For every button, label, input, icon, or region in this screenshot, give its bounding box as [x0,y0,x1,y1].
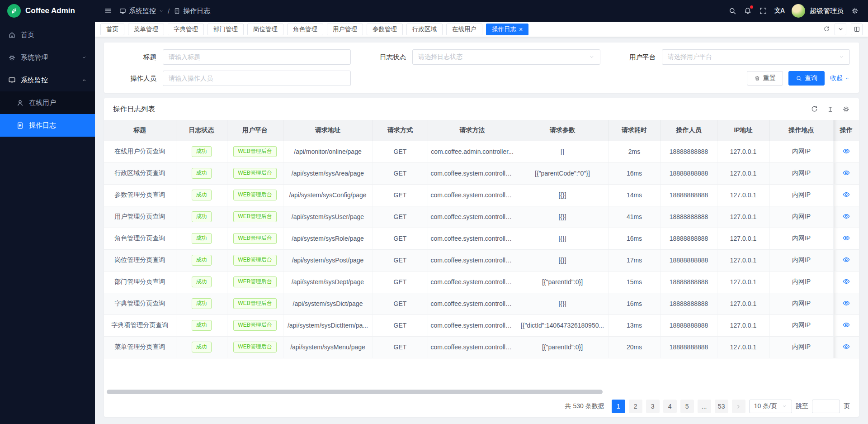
table-cell: GET [373,314,428,336]
row-density-icon[interactable] [826,105,834,113]
platform-badge: WEB管理后台 [233,233,276,244]
table-cell: 部门管理分页查询 [104,271,176,293]
page-button[interactable]: 5 [680,400,694,413]
tab-item[interactable]: 操作日志× [486,24,528,35]
breadcrumb-item-log[interactable]: 操作日志 [174,7,210,15]
sidebar-item-home[interactable]: 首页 [0,24,95,46]
platform-badge: WEB管理后台 [233,211,276,222]
notification-bell-icon[interactable] [744,7,752,15]
jump-page-input[interactable] [812,400,840,413]
table-row[interactable]: 用户管理分页查询成功WEB管理后台/api/system/sysUser/pag… [104,206,859,228]
view-detail-eye-icon[interactable] [842,321,850,329]
next-page-button[interactable] [732,400,745,413]
page-button[interactable]: 3 [646,400,660,413]
table-row[interactable]: 字典项管理分页查询成功WEB管理后台/api/system/sysDictIte… [104,314,859,336]
tab-item[interactable]: 参数管理 [367,24,403,35]
refresh-tabs-icon[interactable] [823,26,830,33]
page-size-select[interactable]: 10 条/页 [749,400,792,413]
table-cell: com.coffee.system.controlle... [428,184,517,206]
fullscreen-icon[interactable] [759,7,767,15]
tab-item[interactable]: 岗位管理 [247,24,283,35]
table-cell: 行政区域分页查询 [104,162,176,184]
log-status-select[interactable]: 请选择日志状态 [412,49,600,65]
view-detail-eye-icon[interactable] [842,169,850,177]
view-detail-eye-icon[interactable] [842,191,850,199]
view-detail-eye-icon[interactable] [842,234,850,242]
user-name[interactable]: 超级管理员 [810,7,844,15]
reset-button[interactable]: 重置 [747,71,783,86]
page-button[interactable]: 1 [612,400,625,413]
scrollbar-thumb[interactable] [107,390,603,394]
log-table: 标题日志状态用户平台请求地址请求方式请求方法请求参数请求耗时操作人员IP地址操作… [104,120,859,358]
table-cell: /api/system/sysPost/page [283,249,373,271]
table-row[interactable]: 菜单管理分页查询成功WEB管理后台/api/system/sysMenu/pag… [104,336,859,358]
close-icon[interactable]: × [519,26,523,33]
table-row[interactable]: 字典管理分页查询成功WEB管理后台/api/system/sysDict/pag… [104,293,859,314]
sidebar-item-system-manage[interactable]: 系统管理 [0,46,95,69]
sidebar-item-online-users[interactable]: 在线用户 [0,91,95,114]
table-cell: 18888888888 [660,228,717,249]
table-cell: [{"parentId":0}] [517,271,608,293]
table-row[interactable]: 部门管理分页查询成功WEB管理后台/api/system/sysDept/pag… [104,271,859,293]
app-logo[interactable]: Coffee Admin [0,0,95,22]
sidebar-item-label: 系统监控 [21,76,48,85]
page-button[interactable]: 4 [663,400,677,413]
page-button[interactable]: 53 [715,400,728,413]
view-detail-eye-icon[interactable] [842,212,850,220]
sidebar-item-label: 首页 [21,31,34,39]
sidebar-toggle-icon[interactable] [104,7,112,15]
table-cell: 18888888888 [660,336,717,358]
tab-options-chevron-icon[interactable] [835,24,846,35]
view-detail-eye-icon[interactable] [842,299,850,307]
tab-item[interactable]: 首页 [100,24,124,35]
avatar[interactable] [792,4,805,18]
search-icon[interactable] [728,7,736,15]
table-row[interactable]: 在线用户分页查询成功WEB管理后台/api/monitor/online/pag… [104,141,859,162]
tab-item[interactable]: 在线用户 [446,24,482,35]
sidebar-item-system-monitor[interactable]: 系统监控 [0,69,95,91]
view-detail-eye-icon[interactable] [842,277,850,286]
view-detail-eye-icon[interactable] [842,147,850,155]
breadcrumb-item-monitor[interactable]: 系统监控 [119,7,164,15]
table-cell: 18888888888 [660,141,717,162]
collapse-filters-link[interactable]: 收起 [830,74,850,82]
table-row[interactable]: 岗位管理分页查询成功WEB管理后台/api/system/sysPost/pag… [104,249,859,271]
status-badge: 成功 [192,342,212,353]
page-button[interactable]: 2 [629,400,642,413]
table-cell: 参数管理分页查询 [104,184,176,206]
column-settings-icon[interactable] [842,105,850,113]
view-detail-eye-icon[interactable] [842,343,850,351]
tab-item[interactable]: 用户管理 [327,24,363,35]
breadcrumb-label: 系统监控 [129,7,156,15]
table-cell: 127.0.0.1 [717,162,769,184]
table-cell: com.coffee.system.controlle... [428,162,517,184]
column-header: 操作人员 [660,120,717,141]
translate-icon[interactable]: 文A [774,7,784,15]
view-detail-eye-icon[interactable] [842,256,850,264]
table-row[interactable]: 角色管理分页查询成功WEB管理后台/api/system/sysRole/pag… [104,228,859,249]
tab-item[interactable]: 部门管理 [208,24,244,35]
sidebar-item-operation-log[interactable]: 操作日志 [0,114,95,137]
table-cell: 内网IP [769,141,833,162]
column-header: 操作 [833,120,859,141]
title-filter-input[interactable] [163,49,351,65]
content-layout-icon[interactable] [851,24,863,35]
table-cell: com.coffee.admin.controller... [428,141,517,162]
table-row[interactable]: 参数管理分页查询成功WEB管理后台/api/system/sysConfig/p… [104,184,859,206]
table-cell: [{}] [517,293,608,314]
tab-item[interactable]: 字典管理 [168,24,204,35]
table-cell: /api/system/sysDept/page [283,271,373,293]
operator-filter-input[interactable] [163,71,351,86]
tab-item[interactable]: 菜单管理 [128,24,164,35]
user-platform-select[interactable]: 请选择用户平台 [662,49,850,65]
operator-filter-label: 操作人员 [113,74,156,83]
tab-item[interactable]: 角色管理 [287,24,323,35]
search-button[interactable]: 查询 [788,71,825,86]
table-row[interactable]: 行政区域分页查询成功WEB管理后台/api/system/sysArea/pag… [104,162,859,184]
tab-label: 字典管理 [174,25,198,33]
table-cell: com.coffee.system.controlle... [428,206,517,228]
tab-item[interactable]: 行政区域 [406,24,443,35]
refresh-table-icon[interactable] [811,105,818,113]
table-cell: com.coffee.system.controlle... [428,336,517,358]
settings-gear-icon[interactable] [851,7,859,15]
